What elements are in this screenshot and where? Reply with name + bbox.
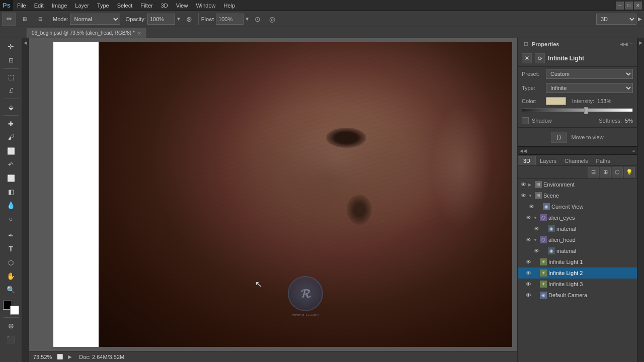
quick-mask-tool[interactable]: ⊕ — [2, 319, 20, 332]
dodge-tool[interactable]: ○ — [2, 212, 20, 225]
eye-icon-camera[interactable]: 👁 — [525, 292, 532, 299]
path-tool[interactable]: ⬡ — [2, 256, 20, 269]
expand-scene[interactable]: ▼ — [528, 194, 533, 198]
workspace-select[interactable]: 3D — [596, 14, 636, 25]
marquee-tool[interactable]: ⬚ — [2, 70, 20, 83]
layers-group-btn[interactable]: ⬡ — [612, 167, 623, 177]
eye-icon-alien-head[interactable]: 👁 — [525, 236, 532, 243]
type-select[interactable]: Infinite — [546, 83, 633, 93]
window-minimize[interactable]: ─ — [616, 2, 624, 10]
layer-item-infinite-light-2[interactable]: 👁 ☀ Infinite Light 2 — [518, 267, 637, 279]
move-to-view-btn[interactable]: Move to view — [571, 134, 603, 140]
window-close[interactable]: ✕ — [634, 2, 642, 10]
document-tab[interactable]: 06_begin.psd @ 73.5% (alien_head, RGB/8)… — [26, 28, 146, 38]
collapse-arrow[interactable]: ◀ — [24, 40, 27, 45]
eye-icon-material-eyes[interactable]: 👁 — [533, 225, 540, 232]
mode-select[interactable]: Normal — [70, 14, 120, 25]
flow-extra-btn[interactable]: ⊙ — [251, 13, 264, 26]
shadow-checkbox[interactable] — [522, 117, 529, 124]
eye-icon-environment[interactable]: 👁 — [520, 181, 527, 188]
eye-icon-light3[interactable]: 👁 — [525, 281, 532, 288]
layer-item-current-view[interactable]: 👁 ◉ Current View — [518, 201, 637, 212]
zoom-icon[interactable]: ⬜ — [57, 354, 63, 359]
tool-option-btn[interactable]: ⊟ — [33, 13, 47, 26]
workspace-arrow[interactable]: ▶ — [638, 16, 642, 22]
menu-3d[interactable]: 3D — [157, 2, 172, 10]
expand-environment[interactable]: ▶ — [528, 183, 533, 187]
history-tool[interactable]: ↶ — [2, 158, 20, 171]
layers-add-btn[interactable]: ⊞ — [600, 167, 611, 177]
layer-item-alien-head[interactable]: 👁 ▼ ⬡ alien_head — [518, 234, 637, 245]
eye-icon-scene[interactable]: 👁 — [520, 192, 527, 199]
eye-icon-material-head[interactable]: 👁 — [533, 247, 540, 254]
expand-alien-head[interactable]: ▼ — [533, 238, 538, 242]
lasso-tool[interactable]: 𝓛 — [2, 84, 20, 97]
layers-trash-btn[interactable]: 💡 — [624, 167, 635, 177]
eye-icon-current-view[interactable]: 👁 — [528, 203, 535, 210]
tab-layers[interactable]: Layers — [536, 156, 560, 165]
tab-close-btn[interactable]: × — [138, 30, 141, 36]
layers-filter-btn[interactable]: ⊟ — [588, 167, 599, 177]
layer-item-default-camera[interactable]: 👁 ◉ Default Camera — [518, 290, 637, 301]
eye-icon-alien-eyes[interactable]: 👁 — [525, 214, 532, 221]
menu-file[interactable]: File — [13, 2, 30, 10]
layer-item-alien-eyes[interactable]: 👁 ▼ ⬡ alien_eyes — [518, 212, 637, 223]
brush-tool-btn[interactable]: ✏ — [2, 13, 16, 26]
text-tool[interactable]: T — [2, 242, 20, 255]
airbrush-btn[interactable]: ⊗ — [183, 13, 196, 26]
color-swatch-btn[interactable] — [546, 97, 566, 105]
layer-item-infinite-light-3[interactable]: 👁 ☀ Infinite Light 3 — [518, 279, 637, 290]
eye-icon-light2[interactable]: 👁 — [525, 269, 532, 277]
menu-edit[interactable]: Edit — [30, 2, 48, 10]
layer-item-material-eyes[interactable]: 👁 ◉ material — [518, 223, 637, 234]
navigator-btn[interactable]: ▶ — [68, 354, 72, 359]
flow-input-container[interactable]: ▼ — [216, 14, 250, 25]
tab-channels[interactable]: Channels — [560, 156, 592, 165]
menu-help[interactable]: Help — [220, 2, 239, 10]
tab-paths[interactable]: Paths — [592, 156, 614, 165]
flow-extra-btn2[interactable]: ◎ — [266, 13, 279, 26]
gradient-tool[interactable]: ◧ — [2, 185, 20, 198]
right-collapse-arrow[interactable]: ▶ — [639, 40, 642, 45]
blur-tool[interactable]: 💧 — [2, 199, 20, 212]
properties-collapse-btn[interactable]: ◀◀ — [620, 41, 628, 47]
tab-3d[interactable]: 3D — [518, 156, 536, 165]
layer-item-environment[interactable]: 👁 ▶ ⊞ Environment — [518, 179, 637, 190]
zoom-tool[interactable]: 🔍 — [2, 283, 20, 296]
menu-type[interactable]: Type — [93, 2, 113, 10]
menu-image[interactable]: Image — [48, 2, 71, 10]
opacity-input[interactable] — [147, 14, 175, 25]
opacity-arrow[interactable]: ▼ — [176, 16, 181, 22]
layer-item-material-head[interactable]: 👁 ◉ material — [518, 245, 637, 256]
layer-item-infinite-light-1[interactable]: 👁 ☀ Infinite Light 1 — [518, 256, 637, 267]
layer-item-scene[interactable]: 👁 ▼ ⊞ Scene — [518, 190, 637, 201]
canvas-area[interactable]: ↖ 𝓡 www.rr-sc.com 73.52% ⬜ ▶ Doc: 2.64M/… — [29, 38, 517, 362]
color-swatches[interactable] — [2, 300, 20, 316]
hand-tool[interactable]: ✋ — [2, 269, 20, 283]
screen-mode-btn[interactable]: ⬛ — [2, 333, 20, 346]
eraser-tool[interactable]: ⬜ — [2, 171, 20, 185]
menu-view[interactable]: View — [172, 2, 192, 10]
opacity-input-container[interactable]: ▼ — [147, 14, 181, 25]
menu-layer[interactable]: Layer — [71, 2, 93, 10]
healing-tool[interactable]: ✚ — [2, 117, 20, 130]
intensity-slider[interactable] — [522, 108, 633, 112]
crop-tool[interactable]: ⬙ — [2, 101, 20, 114]
stamp-tool[interactable]: ⬜ — [2, 144, 20, 157]
move-to-view-icon[interactable]: ⟩⟩ — [551, 132, 567, 143]
eye-icon-light1[interactable]: 👁 — [525, 258, 532, 265]
properties-menu-btn[interactable]: ≡ — [630, 41, 633, 47]
flow-arrow[interactable]: ▼ — [245, 16, 250, 22]
menu-window[interactable]: Window — [192, 2, 219, 10]
pen-tool[interactable]: ✒ — [2, 229, 20, 242]
intensity-slider-thumb[interactable] — [584, 107, 588, 114]
move-tool[interactable]: ✛ — [2, 40, 20, 53]
menu-filter[interactable]: Filter — [136, 2, 156, 10]
collapse-left-btn[interactable]: ◀◀ — [520, 148, 527, 153]
panel-options-btn[interactable]: ≡ — [632, 148, 635, 153]
menu-select[interactable]: Select — [113, 2, 137, 10]
expand-alien-eyes[interactable]: ▼ — [533, 216, 538, 220]
preset-select[interactable]: Custom — [546, 69, 633, 79]
brush-size-btn[interactable]: ⊞ — [18, 13, 32, 26]
artboard-tool[interactable]: ⊡ — [2, 54, 20, 67]
